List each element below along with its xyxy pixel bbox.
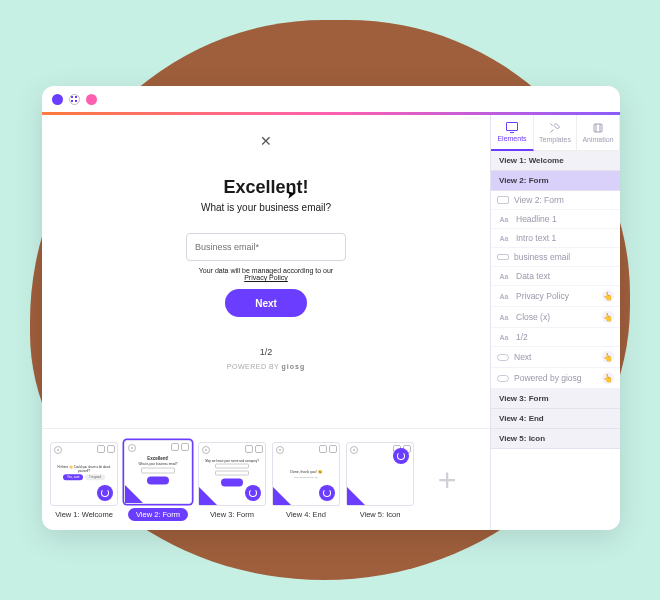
layer-name: Data text	[516, 271, 614, 281]
tools-icon	[549, 122, 561, 134]
film-icon	[592, 122, 604, 134]
thumb-preview: Excellent! What is your business email?	[130, 456, 186, 486]
fab-icon	[97, 485, 113, 501]
powered-prefix: POWERED BY	[227, 363, 279, 370]
group-view-2[interactable]: View 2: Form	[491, 171, 620, 191]
next-button[interactable]: Next	[225, 289, 307, 317]
layer-name: Next	[514, 352, 597, 362]
target-icon	[128, 444, 136, 452]
text-icon: Aa	[497, 312, 511, 322]
target-icon	[202, 446, 210, 454]
tab-label: Templates	[539, 136, 571, 143]
fab-icon	[393, 448, 409, 464]
thumb-preview: Done, thank you! 😊 We'll reach out to yo…	[278, 469, 334, 479]
monitor-icon	[506, 122, 518, 133]
editor-pane: ✕ Excellent! What is your business email…	[42, 115, 490, 530]
layer-name: Powered by giosg	[514, 373, 597, 383]
app-window: ✕ Excellent! What is your business email…	[42, 86, 620, 530]
svg-rect-0	[594, 124, 602, 132]
fab-icon	[245, 485, 261, 501]
thumb-view-1[interactable]: Hi there 👋 Could you share a bit about y…	[50, 442, 118, 506]
layer-name: Close (x)	[516, 312, 597, 322]
interaction-icon: 👆	[602, 311, 614, 323]
button-icon	[497, 375, 509, 382]
inspector-panel: Elements Templates Animation View 1: Wel…	[490, 115, 620, 530]
layer-name: View 2: Form	[514, 195, 614, 205]
thumb-view-3[interactable]: May we know your name and company?	[198, 442, 266, 506]
group-view-5[interactable]: View 5: Icon	[491, 429, 620, 449]
layer-name: business email	[514, 252, 614, 262]
group-view-1[interactable]: View 1: Welcome	[491, 151, 620, 171]
interaction-icon: 👆	[602, 351, 614, 363]
frame-icon	[497, 196, 509, 204]
data-text-content: Your data will be managed according to o…	[199, 267, 333, 274]
thumb-view-5[interactable]	[346, 442, 414, 506]
tab-templates[interactable]: Templates	[534, 115, 577, 151]
layer-close[interactable]: Aa Close (x) 👆	[491, 307, 620, 328]
layer-privacy-policy[interactable]: Aa Privacy Policy 👆	[491, 286, 620, 307]
layer-powered-by[interactable]: Powered by giosg 👆	[491, 368, 620, 389]
thumb-label: View 3: Form	[210, 510, 254, 519]
fab-icon	[319, 485, 335, 501]
thumb-view-4[interactable]: Done, thank you! 😊 We'll reach out to yo…	[272, 442, 340, 506]
inspector-tabs: Elements Templates Animation	[491, 115, 620, 151]
thumb-preview: May we know your name and company?	[204, 458, 260, 488]
window-control-maximize[interactable]	[86, 94, 97, 105]
layer-view-frame[interactable]: View 2: Form	[491, 191, 620, 210]
add-view-button[interactable]: +	[426, 460, 468, 502]
privacy-policy-link[interactable]: Privacy Policy	[244, 274, 288, 281]
layer-name: 1/2	[516, 332, 614, 342]
thumb-label: View 5: Icon	[360, 510, 401, 519]
layer-data-text[interactable]: Aa Data text	[491, 267, 620, 286]
powered-by[interactable]: POWERED BY giosg	[227, 363, 305, 370]
layer-list: View 1: Welcome View 2: Form View 2: For…	[491, 151, 620, 530]
text-icon: Aa	[497, 233, 511, 243]
layer-name: Headline 1	[516, 214, 614, 224]
target-icon	[54, 446, 62, 454]
corner-decoration	[273, 487, 291, 505]
layer-name: Intro text 1	[516, 233, 614, 243]
thumb-tools	[245, 445, 263, 453]
thumb-label: View 2: Form	[128, 508, 188, 521]
layer-name: Privacy Policy	[516, 291, 597, 301]
content-area: ✕ Excellent! What is your business email…	[42, 115, 620, 530]
thumb-tools	[319, 445, 337, 453]
corner-decoration	[347, 487, 365, 505]
tab-animation[interactable]: Animation	[577, 115, 620, 151]
intro-text[interactable]: What is your business email?	[201, 202, 331, 213]
target-icon	[350, 446, 358, 454]
tab-elements[interactable]: Elements	[491, 115, 534, 151]
thumb-preview: Hi there 👋 Could you share a bit about y…	[56, 465, 112, 481]
thumb-tools	[97, 445, 115, 453]
button-icon	[497, 354, 509, 361]
layer-next[interactable]: Next 👆	[491, 347, 620, 368]
thumb-view-2[interactable]: Excellent! What is your business email?	[124, 440, 192, 504]
powered-brand: giosg	[282, 363, 306, 370]
tab-label: Animation	[582, 136, 613, 143]
text-icon: Aa	[497, 214, 511, 224]
layer-business-email[interactable]: business email	[491, 248, 620, 267]
business-email-input[interactable]	[186, 233, 346, 261]
group-view-3[interactable]: View 3: Form	[491, 389, 620, 409]
text-icon: Aa	[497, 291, 511, 301]
layer-headline[interactable]: Aa Headline 1	[491, 210, 620, 229]
close-icon[interactable]: ✕	[260, 133, 272, 149]
window-control-minimize[interactable]	[69, 94, 80, 105]
text-icon: Aa	[497, 271, 511, 281]
input-icon	[497, 254, 509, 260]
text-icon: Aa	[497, 332, 511, 342]
window-titlebar	[42, 86, 620, 112]
corner-decoration	[199, 487, 217, 505]
thumb-label: View 4: End	[286, 510, 326, 519]
layer-pager[interactable]: Aa 1/2	[491, 328, 620, 347]
canvas: ✕ Excellent! What is your business email…	[42, 115, 490, 428]
group-view-4[interactable]: View 4: End	[491, 409, 620, 429]
thumb-label: View 1: Welcome	[55, 510, 113, 519]
data-text: Your data will be managed according to o…	[199, 267, 333, 281]
pager-text: 1/2	[260, 347, 273, 357]
window-control-close[interactable]	[52, 94, 63, 105]
view-thumbnails: Hi there 👋 Could you share a bit about y…	[42, 428, 490, 530]
thumb-tools	[171, 443, 189, 451]
interaction-icon: 👆	[602, 372, 614, 384]
layer-intro-text[interactable]: Aa Intro text 1	[491, 229, 620, 248]
